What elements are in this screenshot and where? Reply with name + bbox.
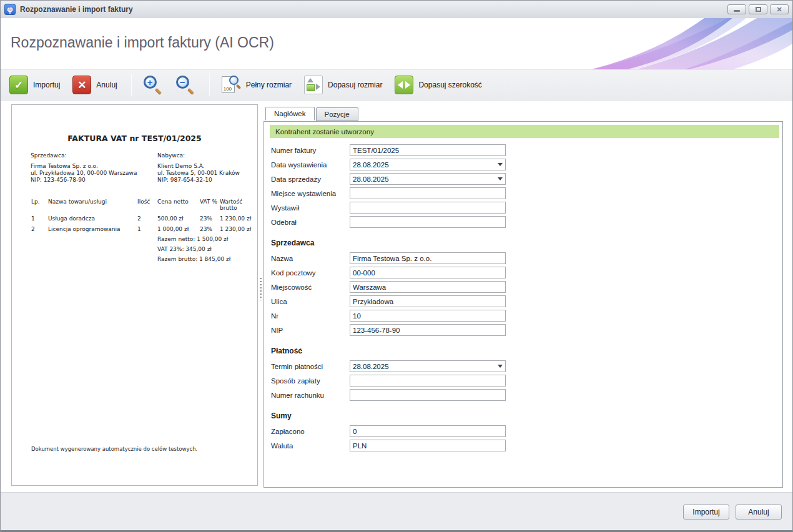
form-field-sposob-zaplaty: Sposób zapłaty	[271, 373, 779, 388]
dialog-footer: Importuj Anuluj	[1, 492, 792, 532]
minimize-button[interactable]	[727, 4, 746, 14]
invoice-seller-block: Sprzedawca: Firma Testowa Sp. z o.o. ul.…	[31, 152, 137, 184]
field-label: Termin płatności	[271, 363, 350, 370]
toolbar-separator	[209, 74, 210, 96]
tab-naglowek[interactable]: Nagłówek	[265, 107, 315, 121]
full-size-icon: 100	[221, 75, 241, 95]
wystawil-input[interactable]	[350, 202, 506, 214]
field-label: Ulica	[271, 298, 350, 305]
window-title: Rozpoznawanie i import faktury	[20, 5, 727, 14]
zoom-in-button[interactable]: +	[140, 73, 168, 97]
invoice-totals: Razem netto: 1 500,00 zł VAT 23%: 345,00…	[157, 234, 230, 264]
form-field-waluta: Waluta	[271, 438, 779, 453]
zoom-out-button[interactable]: −	[173, 73, 200, 97]
field-label: Waluta	[271, 442, 350, 450]
odebral-input[interactable]	[350, 216, 506, 228]
contractor-status-banner: Kontrahent zostanie utworzony	[270, 125, 779, 138]
phi-icon: φ	[7, 4, 12, 14]
numer-faktury-input[interactable]	[350, 144, 506, 156]
title-bar[interactable]: φ Rozpoznawanie i import faktury ✕	[1, 1, 792, 18]
field-label: Odebrał	[271, 219, 350, 226]
data-wystawienia-combo[interactable]	[350, 159, 506, 170]
miejscowosc-input[interactable]	[350, 281, 506, 293]
form-field-termin-platnosci: Termin płatności	[271, 359, 779, 373]
termin-platnosci-combo[interactable]	[350, 360, 506, 372]
numer-rachunku-input[interactable]	[350, 389, 506, 401]
tab-strip: Nagłówek Pozycje	[265, 107, 783, 121]
app-icon: φ	[4, 4, 16, 15]
field-label: Data wystawienia	[271, 161, 350, 169]
footer-importuj-button[interactable]: Importuj	[683, 505, 729, 520]
form-field-odebral: Odebrał	[271, 215, 779, 229]
form-field-ulica: Ulica	[271, 294, 779, 308]
full-size-label: Pełny rozmiar	[246, 81, 292, 89]
zoom-out-icon: −	[175, 75, 195, 95]
fit-size-icon	[304, 76, 323, 94]
field-label: Kod pocztowy	[271, 269, 350, 277]
form-field-data-sprzedazy: Data sprzedaży	[271, 172, 779, 186]
nr-input[interactable]	[350, 310, 506, 322]
invoice-title: FAKTURA VAT nr TEST/01/2025	[12, 134, 257, 143]
form-field-wystawil: Wystawił	[271, 200, 779, 215]
dropdown-arrow-icon[interactable]	[495, 361, 505, 372]
form-field-kod-pocztowy: Kod pocztowy	[271, 265, 779, 280]
fit-width-button[interactable]: Dopasuj szerokość	[392, 74, 486, 96]
field-label: Numer faktury	[271, 147, 350, 154]
field-label: Miejscowość	[271, 283, 350, 291]
nazwa-input[interactable]	[350, 252, 506, 264]
fit-width-icon	[395, 76, 413, 94]
panel-splitter[interactable]	[258, 104, 264, 486]
close-button[interactable]: ✕	[770, 4, 789, 14]
invoice-buyer-block: Nabywca: Klient Demo S.A. ul. Testowa 5,…	[157, 152, 240, 184]
footer-anuluj-button[interactable]: Anuluj	[736, 505, 782, 520]
maximize-icon	[756, 7, 761, 12]
dropdown-arrow-icon[interactable]	[495, 174, 505, 184]
invoice-items-table: Lp. Nazwa towaru/usługi Ilość Cena netto…	[31, 199, 256, 237]
form-field-miejscowosc: Miejscowość	[271, 280, 779, 294]
section-header-platnosc: Płatność	[271, 345, 779, 357]
form-field-numer-faktury: Numer faktury	[271, 143, 779, 157]
page-header: Rozpoznawanie i import faktury (AI OCR)	[1, 18, 792, 69]
splitter-grip-icon	[260, 278, 262, 300]
form-field-nazwa: Nazwa	[271, 251, 779, 265]
dropdown-arrow-icon[interactable]	[495, 159, 505, 170]
toolbar-importuj-button[interactable]: ✓ Importuj	[7, 74, 65, 96]
invoice-footer-note: Dokument wygenerowany automatycznie do c…	[31, 446, 197, 452]
section-header-sumy: Sumy	[271, 410, 779, 422]
header-swoosh-graphic	[561, 18, 792, 69]
close-icon: ✕	[776, 6, 782, 13]
full-size-button[interactable]: 100 Pełny rozmiar	[219, 73, 297, 97]
waluta-input[interactable]	[350, 440, 506, 451]
fit-size-button[interactable]: Dopasuj rozmiar	[302, 74, 387, 96]
section-header-sprzedawca: Sprzedawca	[271, 237, 779, 249]
fit-width-label: Dopasuj szerokość	[418, 81, 481, 89]
miejsce-wystawienia-input[interactable]	[350, 187, 506, 199]
cancel-icon: ✕	[72, 76, 91, 94]
invoice-table-header-row: Lp. Nazwa towaru/usługi Ilość Cena netto…	[31, 199, 256, 215]
form-field-data-wystawienia: Data wystawienia	[271, 157, 779, 172]
form-field-nip: NIP	[271, 323, 779, 337]
toolbar-anuluj-label: Anuluj	[96, 81, 117, 89]
toolbar-anuluj-button[interactable]: ✕ Anuluj	[70, 74, 122, 96]
field-label: Miejsce wystawienia	[271, 190, 350, 197]
nip-input[interactable]	[350, 324, 506, 336]
zaplacono-input[interactable]	[350, 425, 506, 437]
tab-pozycje[interactable]: Pozycje	[316, 107, 358, 121]
toolbar-importuj-label: Importuj	[33, 81, 60, 89]
form-area: Nagłówek Pozycje Kontrahent zostanie utw…	[264, 107, 783, 488]
form-field-zaplacono: Zapłacono	[271, 424, 779, 438]
form-field-numer-rachunku: Numer rachunku	[271, 388, 779, 402]
check-icon: ✓	[9, 76, 28, 94]
field-label: NIP	[271, 327, 350, 334]
app-window: φ Rozpoznawanie i import faktury ✕ Rozpo…	[0, 0, 793, 532]
maximize-button[interactable]	[749, 4, 767, 14]
field-label: Numer rachunku	[271, 392, 350, 399]
kod-pocztowy-input[interactable]	[350, 267, 506, 278]
zoom-in-icon: +	[143, 75, 163, 95]
ulica-input[interactable]	[350, 295, 506, 307]
sposob-zaplaty-input[interactable]	[350, 375, 506, 387]
invoice-item-row: 1 Usługa doradcza 2 500,00 zł 23% 1 230,…	[31, 215, 256, 226]
toolbar: ✓ Importuj ✕ Anuluj + − 100 Pełny rozmia…	[1, 69, 792, 101]
field-label: Data sprzedaży	[271, 175, 350, 183]
data-sprzedazy-combo[interactable]	[350, 173, 506, 185]
